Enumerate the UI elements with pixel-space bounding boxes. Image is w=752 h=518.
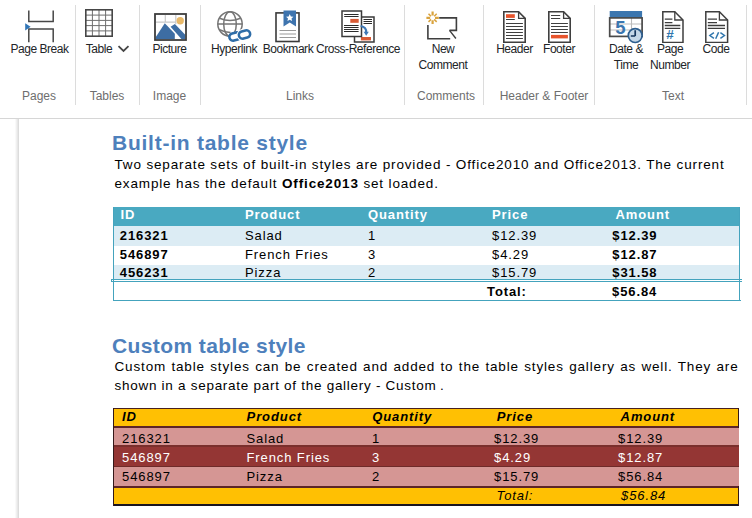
svg-text:#: # [666, 27, 674, 42]
svg-text:5: 5 [615, 17, 625, 38]
